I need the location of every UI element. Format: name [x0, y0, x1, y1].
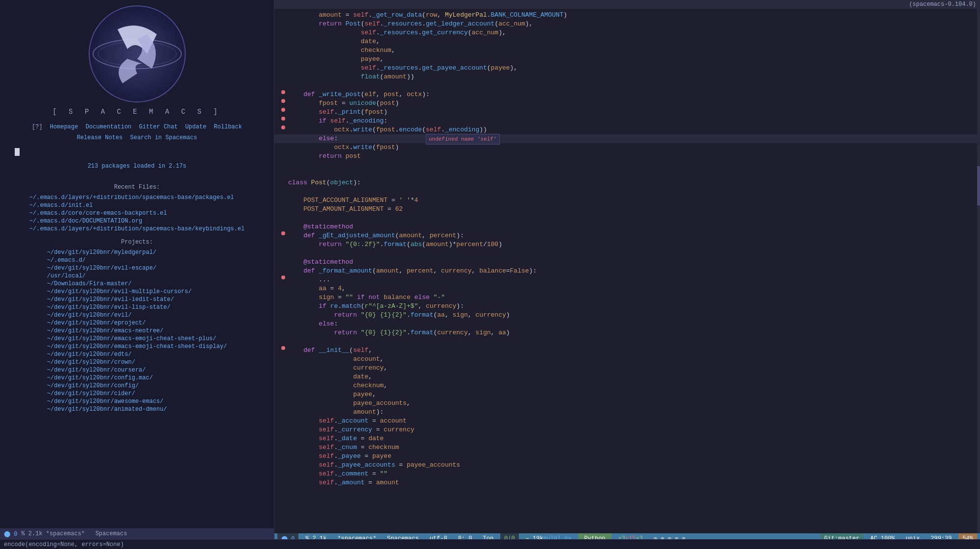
status-ac: AC 100%	[866, 533, 899, 539]
left-status-bar: ⬤ 0 % 2.1k *spacemacs* Spacemacs	[0, 528, 274, 539]
code-text: return "{0} {1}{2}".format(aa, sign, cur…	[288, 311, 976, 320]
code-text	[288, 337, 976, 346]
project-item[interactable]: ~/dev/git/syl20bnr/config.mac/	[47, 374, 227, 382]
nav-question: [?]	[32, 124, 43, 130]
code-line: return post	[274, 152, 980, 161]
status-cursor-pos: 8: 0	[454, 533, 476, 539]
nav-rollback[interactable]: Rollback	[214, 124, 242, 130]
code-text: def _gEt_adjusted_amount(amount, percent…	[288, 231, 976, 240]
code-line: date,	[274, 373, 980, 381]
status-os: unix	[902, 533, 924, 539]
status-line-count-text: – 19k	[526, 535, 543, 539]
gutter	[278, 117, 288, 121]
project-item[interactable]: ~/dev/git/syl20bnr/coursera/	[47, 366, 227, 374]
code-line: octx.write(fpost.encode(selfundefined na…	[274, 125, 980, 134]
code-line: POST_ACCOUNT_ALIGNMENT = ' '*4	[274, 196, 980, 205]
code-text: return post	[288, 152, 976, 161]
code-line: self._resources.get_payee_account(payee)…	[274, 64, 980, 73]
status-filename: mylpl.py	[543, 535, 572, 539]
code-text: self._currency = currency	[288, 425, 976, 434]
gutter	[278, 90, 288, 94]
project-item[interactable]: ~/dev/git/syl20bnr/evil-escape/	[47, 264, 227, 272]
project-item[interactable]: ~/dev/git/syl20bnr/edts/	[47, 350, 227, 358]
project-item[interactable]: ~/dev/git/syl20bnr/evil-multiple-cursors…	[47, 288, 227, 296]
project-item[interactable]: ~/dev/git/syl20bnr/cider/	[47, 390, 227, 398]
nav-links: [?] Homepage Documentation Gitter Chat U…	[32, 124, 242, 130]
project-item[interactable]: ~/dev/git/syl20bnr/animated-dmenu/	[47, 405, 227, 413]
status-branch: Git:master	[820, 533, 863, 539]
status-mode: ⬤ 0	[277, 533, 298, 539]
project-item[interactable]: ~/dev/git/syl20bnr/eproject/	[47, 319, 227, 327]
nav-search[interactable]: Search in Spacemacs	[130, 134, 197, 141]
code-line: octx.write(fpost)	[274, 143, 980, 152]
project-item[interactable]: /usr/local/	[47, 272, 227, 280]
breakpoint-dot	[281, 125, 285, 129]
status-ac-text: AC 100%	[870, 535, 895, 539]
code-line	[274, 170, 980, 178]
code-text: self._print(fpost)	[288, 108, 976, 117]
code-content: amount = self._get_row_data(row, MyLedge…	[274, 9, 980, 533]
left-status-size: % 2.1k *spacemacs* Spacemacs	[21, 530, 127, 537]
code-text: self._payee = payee	[288, 452, 976, 461]
status-zoom: 54%	[958, 533, 977, 539]
code-line: self._resources.get_currency(acc_num),	[274, 28, 980, 37]
nav-gitter[interactable]: Gitter Chat	[139, 124, 178, 130]
code-line: self._payee = payee	[274, 452, 980, 461]
code-line: return "{0} {1}{2}".format(aa, sign, cur…	[274, 311, 980, 320]
code-text: payee,	[288, 55, 976, 64]
file-item[interactable]: ~/.emacs.d/core/core-emacs-backports.el	[29, 209, 245, 217]
code-line: return Post(self._resources.get_ledger_a…	[274, 20, 980, 28]
code-line: date,	[274, 37, 980, 46]
project-item[interactable]: ~/dev/git/syl20bnr/evil-lisp-state/	[47, 303, 227, 311]
file-item[interactable]: ~/.emacs.d/layers/+distribution/spacemac…	[29, 225, 245, 233]
code-text: if re.match(r"^[a-zA-Z]+$", currency):	[288, 302, 976, 311]
nav-homepage[interactable]: Homepage	[50, 124, 78, 130]
bottom-bar: encode(encoding=None, errors=None)	[0, 539, 980, 549]
nav-documentation[interactable]: Documentation	[86, 124, 132, 130]
project-item[interactable]: ~/Downloads/Fira-master/	[47, 280, 227, 288]
scrollbar[interactable]	[977, 9, 980, 533]
status-zoom-text: 54%	[962, 535, 973, 539]
breakpoint-dot	[281, 108, 285, 112]
code-text: payee_accounts,	[288, 399, 976, 408]
gutter	[278, 125, 288, 129]
project-item[interactable]: ~/dev/git/syl20bnr/emacs-neotree/	[47, 327, 227, 335]
nav-sep4	[208, 124, 212, 130]
file-item[interactable]: ~/.emacs.d/doc/DOCUMENTATION.org	[29, 217, 245, 225]
code-line: def _write_post(elf, post, octx):	[274, 90, 980, 99]
project-item[interactable]: ~/dev/git/syl20bnr/evil/	[47, 311, 227, 319]
code-text	[288, 249, 976, 258]
code-text: aa = 4,	[288, 284, 976, 293]
project-item[interactable]: ~/.emacs.d/	[47, 256, 227, 264]
code-text	[288, 187, 976, 196]
status-position: 299:39	[927, 533, 956, 539]
project-item[interactable]: ~/dev/git/syl20bnr/awesome-emacs/	[47, 398, 227, 405]
code-line: checknum,	[274, 381, 980, 390]
status-left: ⬤ 0 % 2.1k *spacemacs* Spacemacs utf-8	[277, 533, 689, 539]
spacemacs-logo	[88, 5, 186, 103]
nav-update[interactable]: Update	[185, 124, 206, 130]
status-modifications: +3	[636, 535, 643, 539]
code-text: if self._encoding:	[288, 117, 976, 125]
file-item[interactable]: ~/.emacs.d/layers/+distribution/spacemac…	[29, 194, 245, 201]
project-item[interactable]: ~/dev/git/syl20bnr/emacs-emoji-cheat-she…	[47, 335, 227, 343]
project-item[interactable]: ~/dev/git/syl20bnr/config/	[47, 382, 227, 390]
nav-links-2: Release Notes Search in Spacemacs	[77, 134, 197, 141]
code-line: payee,	[274, 55, 980, 64]
project-item[interactable]: ~/dev/git/syl20bnr/myledgerpal/	[47, 249, 227, 256]
project-item[interactable]: ~/dev/git/syl20bnr/crown/	[47, 358, 227, 366]
project-item[interactable]: ~/dev/git/syl20bnr/evil-iedit-state/	[47, 296, 227, 303]
code-line: def _format_amount(amount, percent, curr…	[274, 267, 980, 275]
code-text: self._payee_accounts = payee_accounts	[288, 461, 976, 470]
file-item[interactable]: ~/.emacs.d/init.el	[29, 201, 245, 209]
breakpoint-dot	[281, 99, 285, 103]
code-line: self._print(fpost)	[274, 108, 980, 117]
left-content: [ S P A C E M A C S ] [?] Homepage Docum…	[0, 0, 274, 414]
code-line: self._amount = amount	[274, 478, 980, 487]
status-icon-row: ⊙ ⊙ ⊙ ⊙ ⊙	[654, 535, 686, 540]
nav-release-notes[interactable]: Release Notes	[77, 134, 123, 141]
project-item[interactable]: ~/dev/git/syl20bnr/emacs-emoji-cheat-she…	[47, 343, 227, 350]
code-line: if self._encoding:	[274, 117, 980, 125]
recent-files-list: ~/.emacs.d/layers/+distribution/spacemac…	[15, 193, 259, 234]
scrollbar-thumb[interactable]	[977, 166, 980, 205]
